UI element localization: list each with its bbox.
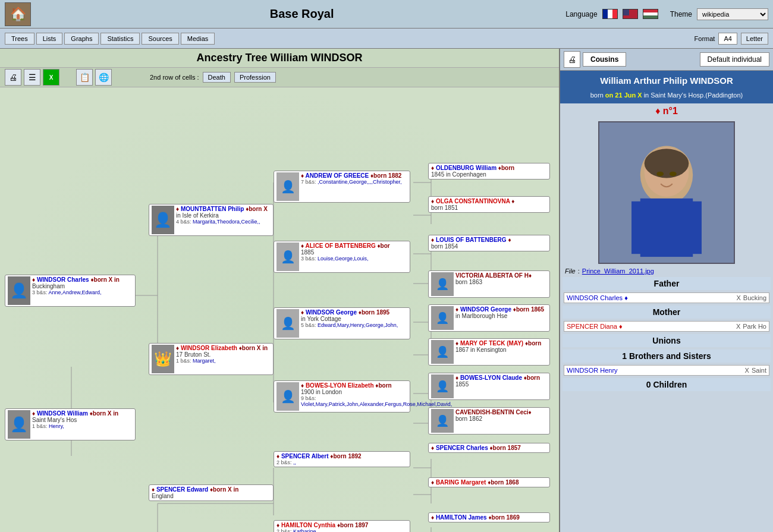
person-bowes-lyon-elizabeth[interactable]: 👤 ♦ BOWES-LYON Elizabeth ♦born 1900 in L…	[274, 380, 410, 413]
format-a4-button[interactable]: A4	[718, 33, 737, 45]
person-cavendish-bentin[interactable]: 👤 CAVENDISH-BENTIN Ceci♦ born 1862	[428, 407, 550, 435]
father-name: WINDSOR Charles ♦	[567, 294, 734, 301]
svg-rect-33	[631, 202, 649, 254]
person-andrew-greece[interactable]: 👤 ♦ ANDREW OF GREECE ♦born 1882 7 b&s: ,…	[274, 171, 410, 203]
sibling-name: WINDSOR Henry	[567, 367, 743, 374]
person-windsor-charles[interactable]: 👤 ♦ WINDSOR Charles ♦born X in Buckingha…	[5, 275, 136, 307]
list-icon[interactable]: ☰	[24, 69, 40, 86]
statistics-button[interactable]: Statistics	[100, 33, 140, 45]
theme-select[interactable]: wikipedia	[697, 8, 768, 20]
person-oldenburg-william[interactable]: ♦ OLDENBURG William ♦born 1845 in Copenh…	[428, 163, 550, 180]
cousins-button[interactable]: Cousins	[583, 52, 626, 67]
featured-person-name: William Arthur Philip WINDSOR	[565, 75, 768, 86]
featured-photo	[598, 121, 735, 264]
brothers-title: 1 Brothers and Sisters	[563, 350, 771, 363]
svg-point-38	[670, 172, 677, 177]
format-label: Format	[695, 35, 715, 42]
featured-number: ♦ n°1	[560, 103, 773, 119]
graphs-button[interactable]: Graphs	[64, 33, 99, 45]
sibling-place: Saint	[752, 367, 766, 374]
app-title: Base Royal	[270, 7, 334, 20]
right-print-button[interactable]: 🖨	[564, 51, 580, 68]
globe-icon[interactable]: 🌐	[95, 69, 112, 86]
lists-button[interactable]: Lists	[36, 33, 63, 45]
unions-title: Unions	[563, 334, 771, 347]
person-windsor-elizabeth[interactable]: 👑 ♦ WINDSOR Elizabeth ♦born X in 17 Brut…	[149, 343, 274, 375]
svg-point-36	[645, 149, 689, 178]
person-mary-teck[interactable]: 👤 ♦ MARY OF TECK (MAY) ♦born 1867 in Ken…	[428, 338, 550, 366]
theme-label: Theme	[670, 10, 692, 18]
person-alice-battenberg[interactable]: 👤 ♦ ALICE OF BATTENBERG ♦bor 1885 3 b&s:…	[274, 241, 410, 273]
person-olga-constantinovna[interactable]: ♦ OLGA CONSTANTINOVNA ♦ born 1851	[428, 196, 550, 213]
trees-button[interactable]: Trees	[5, 33, 34, 45]
language-label: Language	[565, 10, 597, 18]
mother-x: X	[736, 323, 740, 330]
person-bowes-lyon-claude[interactable]: 👤 ♦ BOWES-LYON Claude ♦born 1855	[428, 373, 550, 400]
person-windsor-william[interactable]: 👤 ♦ WINDSOR William ♦born X in Saint Mar…	[5, 408, 136, 440]
featured-born-text: born	[590, 92, 604, 99]
excel-icon[interactable]: X	[43, 69, 59, 86]
person-baring-margaret[interactable]: ♦ BARING Margaret ♦born 1868	[428, 477, 550, 487]
person-windsor-george-1895[interactable]: 👤 ♦ WINDSOR George ♦born 1895 in York Co…	[274, 307, 410, 339]
father-row[interactable]: WINDSOR Charles ♦ X Bucking	[564, 292, 769, 303]
death-button[interactable]: Death	[203, 72, 231, 83]
flag-fr-icon[interactable]	[602, 9, 618, 19]
mother-title: Mother	[563, 306, 771, 319]
mother-name: SPENCER Diana ♦	[567, 323, 734, 330]
flag-us-icon[interactable]	[623, 9, 638, 19]
father-title: Father	[563, 277, 771, 290]
mother-place: Park Ho	[743, 323, 766, 330]
flag-hu-icon[interactable]	[643, 9, 658, 19]
person-louis-battenberg[interactable]: ♦ LOUIS OF BATTENBERG ♦ born 1854	[428, 235, 550, 251]
person-windsor-george-1865[interactable]: 👤 ♦ WINDSOR George ♦born 1865 in Marlbor…	[428, 304, 550, 332]
print-icon[interactable]: 🖨	[5, 69, 21, 86]
tree-title: Ancestry Tree William WINDSOR	[0, 49, 559, 68]
default-individual-button[interactable]: Default individual	[700, 52, 769, 67]
copy-icon[interactable]: 📋	[76, 69, 93, 86]
cell-row-label: 2nd row of cells :	[150, 74, 199, 81]
format-letter-button[interactable]: Letter	[741, 33, 768, 45]
profession-button[interactable]: Profession	[234, 72, 276, 83]
sibling-row[interactable]: WINDSOR Henry X Saint	[564, 365, 769, 376]
father-x: X	[737, 294, 741, 301]
svg-rect-34	[684, 202, 701, 254]
children-title: 0 Children	[563, 378, 771, 391]
svg-point-37	[656, 172, 664, 177]
featured-born-date: on 21 Jun X	[605, 92, 642, 99]
file-label: File	[565, 267, 576, 275]
sibling-x: X	[745, 367, 749, 374]
person-hamilton-james[interactable]: ♦ HAMILTON James ♦born 1869	[428, 512, 550, 522]
person-spencer-edward[interactable]: ♦ SPENCER Edward ♦born X in England	[149, 484, 274, 501]
person-victoria-alberta[interactable]: 👤 VICTORIA ALBERTA OF H♦ born 1863	[428, 270, 550, 298]
person-spencer-charles[interactable]: ♦ SPENCER Charles ♦born 1857	[428, 443, 550, 453]
mother-row[interactable]: SPENCER Diana ♦ X Park Ho	[564, 321, 769, 332]
father-place: Bucking	[743, 294, 766, 301]
featured-born-place: in Saint Mary's Hosp.(Paddington)	[644, 92, 743, 99]
person-spencer-albert[interactable]: ♦ SPENCER Albert ♦born 1892 2 b&s: ,,	[274, 451, 410, 467]
person-hamilton-cynthia[interactable]: ♦ HAMILTON Cynthia ♦born 1897 2 b&s: Kat…	[274, 520, 410, 532]
medias-button[interactable]: Medias	[181, 33, 215, 45]
file-name: Prince_William_2011.jpg	[582, 267, 654, 275]
home-button[interactable]: 🏠	[5, 2, 31, 26]
person-mountbatten-philip[interactable]: 👤 ♦ MOUNTBATTEN Philip ♦born X in Isle o…	[149, 204, 274, 236]
sources-button[interactable]: Sources	[142, 33, 178, 45]
